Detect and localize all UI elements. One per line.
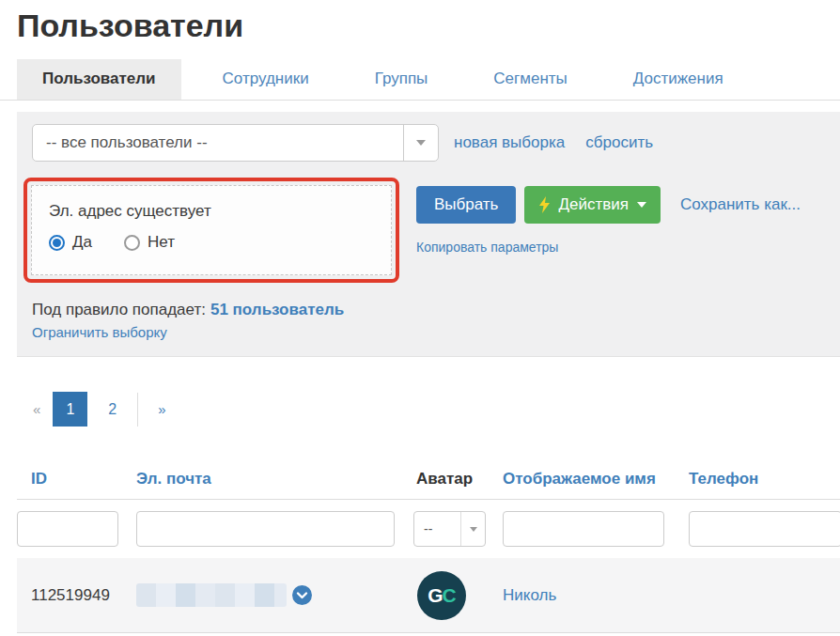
rule-match-text: Под правило попадает:51 пользователь bbox=[32, 301, 825, 319]
tab-bar: Пользователи Сотрудники Группы Сегменты … bbox=[0, 59, 840, 101]
table-header-row: ID Эл. почта Аватар Отображаемое имя Тел… bbox=[17, 458, 840, 500]
header-phone[interactable]: Телефон bbox=[689, 470, 840, 489]
redacted-email bbox=[136, 583, 287, 607]
filter-avatar-value: -- bbox=[414, 512, 460, 546]
annotation-highlight-box: Эл. адрес существует Да Нет bbox=[23, 178, 399, 283]
pagination: « 1 2 » bbox=[33, 392, 840, 427]
radio-yes-label[interactable]: Да bbox=[72, 233, 92, 252]
caret-down-icon bbox=[416, 140, 426, 146]
caret-down-icon bbox=[470, 527, 477, 532]
user-display-name-link[interactable]: Николь bbox=[503, 586, 556, 604]
pagination-prev[interactable]: « bbox=[33, 401, 40, 417]
dropdown-caret[interactable] bbox=[403, 125, 438, 161]
radio-yes[interactable] bbox=[49, 235, 65, 251]
selection-dropdown-value: -- все пользователи -- bbox=[33, 125, 403, 161]
limit-selection-link[interactable]: Ограничить выборку bbox=[32, 324, 167, 340]
actions-button-label: Действия bbox=[558, 195, 628, 214]
table-row: 112519949 GC Николь bbox=[17, 558, 840, 633]
tab-achievements[interactable]: Достижения bbox=[633, 59, 723, 100]
reset-link[interactable]: сбросить bbox=[585, 133, 653, 152]
actions-button[interactable]: Действия bbox=[524, 186, 660, 224]
lightning-icon bbox=[538, 196, 551, 213]
filter-panel: -- все пользователи -- новая выборка сбр… bbox=[17, 112, 840, 357]
rule-title: Эл. адрес существует bbox=[49, 202, 374, 221]
rule-match-prefix: Под правило попадает: bbox=[32, 301, 206, 318]
filter-id-input[interactable] bbox=[17, 511, 118, 547]
header-avatar: Аватар bbox=[413, 470, 503, 489]
table-filter-row: -- bbox=[17, 500, 840, 558]
pagination-next[interactable]: » bbox=[158, 401, 165, 417]
filter-avatar-select[interactable]: -- bbox=[413, 511, 486, 547]
tab-segments[interactable]: Сегменты bbox=[493, 59, 567, 100]
pagination-page-2[interactable]: 2 bbox=[108, 401, 117, 418]
caret-down-icon bbox=[637, 202, 646, 208]
header-id[interactable]: ID bbox=[17, 470, 136, 489]
select-button[interactable]: Выбрать bbox=[416, 186, 516, 224]
header-email[interactable]: Эл. почта bbox=[136, 470, 413, 489]
user-avatar[interactable]: GC bbox=[417, 571, 466, 620]
selection-dropdown[interactable]: -- все пользователи -- bbox=[32, 124, 439, 162]
header-display-name[interactable]: Отображаемое имя bbox=[503, 470, 689, 489]
avatar-letter-c: C bbox=[443, 584, 456, 607]
filter-email-input[interactable] bbox=[136, 511, 395, 547]
copy-params-link[interactable]: Копировать параметры bbox=[416, 240, 558, 255]
filter-phone-input[interactable] bbox=[689, 511, 840, 547]
radio-no[interactable] bbox=[124, 235, 140, 251]
radio-no-label[interactable]: Нет bbox=[148, 233, 175, 252]
rule-match-count[interactable]: 51 пользователь bbox=[210, 301, 344, 318]
avatar-letter-g: G bbox=[428, 584, 442, 607]
pagination-divider bbox=[137, 393, 138, 427]
page-title: Пользователи bbox=[17, 8, 840, 44]
tab-groups[interactable]: Группы bbox=[375, 59, 428, 100]
save-as-link[interactable]: Сохранить как... bbox=[680, 195, 801, 214]
filter-rule-box[interactable]: Эл. адрес существует Да Нет bbox=[31, 185, 392, 275]
user-id: 112519949 bbox=[17, 586, 136, 605]
pagination-page-1[interactable]: 1 bbox=[53, 392, 87, 427]
new-selection-link[interactable]: новая выборка bbox=[454, 133, 565, 152]
tab-employees[interactable]: Сотрудники bbox=[223, 59, 309, 100]
chevron-down-circle-icon[interactable] bbox=[292, 585, 312, 605]
users-table: ID Эл. почта Аватар Отображаемое имя Тел… bbox=[17, 458, 840, 633]
filter-display-name-input[interactable] bbox=[503, 511, 664, 547]
tab-users[interactable]: Пользователи bbox=[17, 59, 181, 100]
filter-avatar-caret[interactable] bbox=[460, 512, 485, 546]
user-email-cell bbox=[136, 583, 413, 607]
